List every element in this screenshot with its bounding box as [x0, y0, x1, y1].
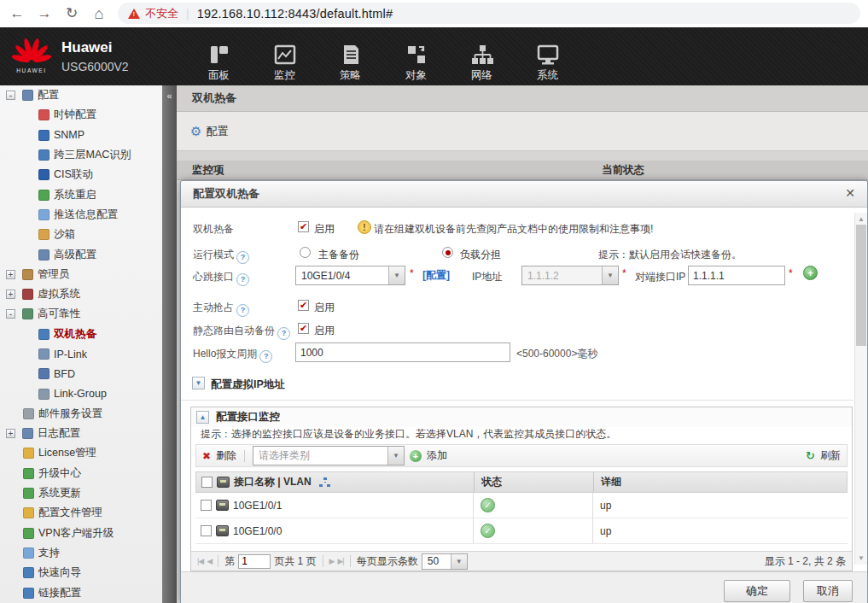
per-page-value: 50: [422, 555, 451, 567]
config-section-link[interactable]: ⚙ 配置: [177, 112, 868, 151]
collapse-box-icon[interactable]: -: [6, 309, 15, 319]
vlan-tree-icon[interactable]: [319, 477, 330, 488]
static-route-enable-checkbox[interactable]: ✔: [298, 323, 309, 334]
sidebar-item-restart[interactable]: 系统重启: [0, 184, 162, 204]
question-icon[interactable]: ?: [236, 304, 249, 317]
sidebar-item-log-config[interactable]: + 日志配置: [0, 424, 162, 443]
objects-icon: [405, 44, 428, 65]
sidebar-item-config[interactable]: - 配置: [0, 85, 162, 105]
peer-ip-input[interactable]: [688, 266, 785, 285]
interface-row[interactable]: 10GE1/0/0 ✓ up: [195, 518, 848, 544]
add-heartbeat-icon[interactable]: +: [803, 266, 818, 280]
active-standby-radio[interactable]: [300, 247, 311, 258]
collapse-sidebar-icon[interactable]: «: [162, 91, 177, 101]
dialog-scrollbar[interactable]: ▲ ▼: [854, 213, 867, 565]
first-page-icon[interactable]: |◀: [197, 557, 203, 565]
question-icon[interactable]: ?: [236, 273, 249, 286]
interface-monitor-title[interactable]: 配置接口监控: [216, 410, 280, 424]
preempt-enable-label: 启用: [314, 301, 335, 315]
config-link-label[interactable]: 配置: [206, 124, 228, 139]
nav-policy[interactable]: 策略: [317, 34, 383, 82]
security-warning-label[interactable]: 不安全: [145, 6, 178, 21]
hot-standby-enable-checkbox[interactable]: ✔: [298, 221, 309, 232]
sidebar-item-admin[interactable]: + 管理员: [0, 265, 162, 284]
load-sharing-radio[interactable]: [442, 247, 453, 258]
sidebar-item-hot-standby[interactable]: 双机热备: [0, 325, 162, 344]
row-checkbox[interactable]: [201, 525, 212, 536]
sidebar-item-advanced-config[interactable]: 高级配置: [0, 244, 162, 264]
reload-icon[interactable]: ↻: [61, 3, 82, 24]
question-icon[interactable]: ?: [236, 251, 249, 264]
sidebar-item-bfd[interactable]: BFD: [0, 364, 162, 383]
add-button[interactable]: 添加: [427, 448, 447, 463]
nav-objects[interactable]: 对象: [383, 34, 449, 82]
sidebar-item-ip-link[interactable]: IP-Link: [0, 344, 162, 364]
expand-box-icon[interactable]: +: [6, 429, 15, 438]
scroll-up-icon[interactable]: ▲: [855, 215, 867, 223]
sidebar-item-quick-wizard[interactable]: 快速向导: [0, 563, 162, 583]
question-icon[interactable]: ?: [259, 350, 272, 363]
nav-monitor[interactable]: 监控: [252, 34, 317, 82]
sidebar-item-link-config[interactable]: 链接配置: [0, 583, 162, 602]
detail-cell: up: [592, 493, 848, 518]
sidebar-item-snmp[interactable]: SNMP: [0, 126, 162, 145]
hot-standby-dialog: 配置双机热备 ✕ 双机热备 ✔ 启用 ! 请在组建双机设备前先查阅产品文档中的使…: [180, 180, 868, 603]
sidebar-item-push-info[interactable]: 推送信息配置: [0, 205, 162, 225]
prev-page-icon[interactable]: ◀: [207, 557, 212, 565]
nav-dashboard[interactable]: 面板: [186, 34, 252, 82]
interface-row[interactable]: 10GE1/0/1 ✓ up: [195, 493, 848, 518]
forward-icon[interactable]: →: [34, 3, 55, 24]
sidebar-item-link-group[interactable]: Link-Group: [0, 383, 162, 403]
nav-network[interactable]: 网络: [449, 34, 515, 82]
sidebar-item-high-availability[interactable]: - 高可靠性: [0, 304, 162, 324]
expand-box-icon[interactable]: +: [6, 290, 15, 299]
per-page-select[interactable]: 50 ▼: [422, 553, 468, 570]
collapse-box-icon[interactable]: -: [6, 91, 15, 100]
sidebar-item-label: 日志配置: [38, 426, 80, 441]
cancel-button[interactable]: 取消: [803, 580, 853, 602]
refresh-button[interactable]: 刷新: [820, 448, 841, 463]
monitor-item-column: 监控项: [177, 161, 602, 179]
delete-button[interactable]: 删除: [216, 448, 236, 463]
heartbeat-config-link[interactable]: [配置]: [422, 268, 450, 283]
heartbeat-interface-select[interactable]: 10GE1/0/4 ▼: [295, 266, 405, 285]
sidebar-item-system-update[interactable]: 系统更新: [0, 483, 162, 503]
category-select[interactable]: 请选择类别 ▼: [253, 446, 405, 465]
sidebar-item-vpn-client-upgrade[interactable]: VPN客户端升级: [0, 524, 162, 543]
sidebar-item-upgrade-center[interactable]: 升级中心: [0, 464, 162, 483]
close-icon[interactable]: ✕: [845, 186, 855, 200]
virtual-ip-section-title[interactable]: 配置虚拟IP地址: [211, 378, 285, 392]
next-page-icon[interactable]: ▶: [329, 557, 335, 565]
address-bar[interactable]: ! 不安全 | 192.168.10.112:8443/default.html…: [118, 3, 860, 24]
home-icon[interactable]: ⌂: [89, 3, 109, 24]
sidebar-item-cis[interactable]: CIS联动: [0, 165, 162, 184]
sidebar-item-sandbox[interactable]: 沙箱: [0, 225, 162, 244]
sidebar-item-mail-service[interactable]: 邮件服务设置: [0, 404, 162, 424]
security-warning-icon[interactable]: !: [128, 9, 140, 19]
question-icon[interactable]: ?: [277, 327, 290, 340]
browser-toolbar: ← → ↻ ⌂ ! 不安全 | 192.168.10.112:8443/defa…: [0, 0, 868, 28]
virtual-ip-toggle-icon[interactable]: ▼: [192, 377, 205, 389]
sidebar-collapse-strip[interactable]: «: [162, 85, 177, 603]
preempt-enable-checkbox[interactable]: ✔: [298, 300, 309, 311]
sidebar-item-license[interactable]: License管理: [0, 443, 162, 463]
scrollbar-thumb[interactable]: [856, 225, 866, 346]
sidebar-item-support[interactable]: 支持: [0, 543, 162, 563]
scroll-down-icon[interactable]: ▼: [855, 554, 867, 562]
nav-system[interactable]: 系统: [515, 34, 580, 82]
select-all-checkbox[interactable]: [201, 477, 213, 488]
sidebar-item-clock-config[interactable]: 时钟配置: [0, 105, 162, 125]
hello-interval-input[interactable]: [295, 342, 510, 362]
interface-monitor-toggle-icon[interactable]: ▲: [196, 411, 209, 424]
last-page-icon[interactable]: ▶|: [337, 557, 343, 565]
sidebar-item-vsys[interactable]: + 虚拟系统: [0, 284, 162, 304]
row-checkbox[interactable]: [201, 500, 212, 511]
back-icon[interactable]: ←: [7, 3, 27, 24]
ok-button[interactable]: 确定: [724, 580, 790, 602]
mac-detect-icon: [38, 149, 50, 161]
expand-box-icon[interactable]: +: [6, 270, 15, 279]
sidebar-item-config-file[interactable]: 配置文件管理: [0, 503, 162, 523]
sidebar-item-mac-detect[interactable]: 跨三层MAC识别: [0, 145, 162, 165]
page-number-input[interactable]: [238, 554, 271, 569]
url-text[interactable]: 192.168.10.112:8443/default.html#: [197, 7, 393, 20]
